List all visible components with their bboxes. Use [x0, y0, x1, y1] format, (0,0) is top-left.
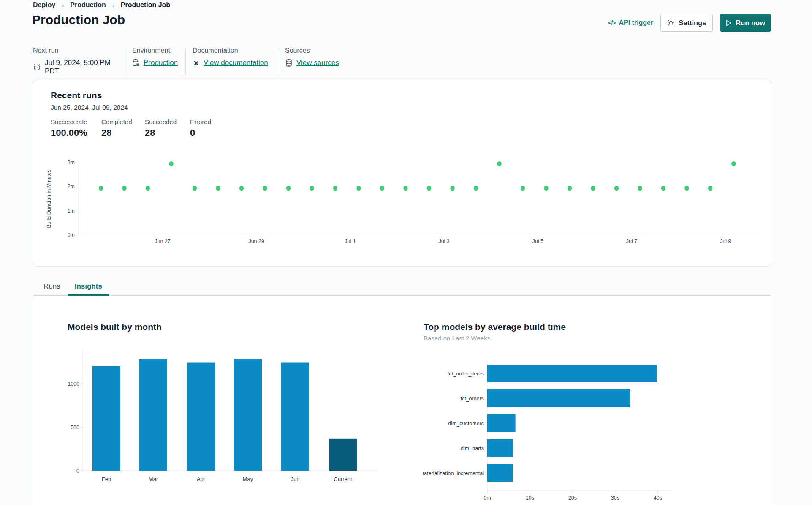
- breadcrumb-production[interactable]: Production: [70, 1, 106, 9]
- gear-icon: [667, 19, 675, 27]
- stat-label: Succeeded: [145, 118, 190, 125]
- models-built-by-month-chart: 05001000FebMarAprMayJunCurrent: [64, 346, 389, 489]
- chevron-right-icon: ›: [62, 2, 64, 9]
- svg-text:Jul 7: Jul 7: [626, 238, 637, 244]
- svg-text:10s: 10s: [526, 495, 534, 501]
- tab-insights[interactable]: Insights: [68, 278, 109, 296]
- recent-runs-date-range: Jun 25, 2024–Jul 09, 2024: [51, 104, 128, 111]
- svg-text:dim_parts: dim_parts: [461, 446, 484, 451]
- chevron-right-icon: ›: [112, 2, 114, 9]
- stat-label: Errored: [190, 118, 211, 125]
- svg-text:1000: 1000: [68, 381, 79, 387]
- environment-label: Environment: [132, 47, 185, 54]
- svg-text:May: May: [243, 476, 253, 482]
- view-documentation-link[interactable]: View documentation: [204, 59, 268, 67]
- job-info-row: Next run Jul 9, 2024, 5:00 PM PDT Enviro…: [33, 47, 339, 76]
- svg-text:1m: 1m: [68, 208, 75, 214]
- svg-text:Mar: Mar: [149, 476, 158, 482]
- svg-text:Build Duration in Minutes: Build Duration in Minutes: [46, 170, 52, 228]
- svg-text:Jul 5: Jul 5: [532, 238, 543, 244]
- header-actions: </> API trigger Settings: [608, 14, 771, 32]
- models-built-by-month-title: Models built by month: [68, 322, 162, 332]
- svg-text:0: 0: [76, 468, 79, 474]
- settings-button-label: Settings: [679, 19, 706, 27]
- top-models-subtitle: Based on Last 2 Weeks: [424, 335, 490, 342]
- recent-runs-card: Recent runs Jun 25, 2024–Jul 09, 2024 Su…: [33, 80, 771, 267]
- job-info-environment: Environment Production: [125, 47, 185, 76]
- sources-label: Sources: [285, 47, 339, 54]
- settings-button[interactable]: Settings: [660, 14, 713, 32]
- svg-text:30s: 30s: [611, 495, 619, 501]
- dbt-docs-icon: [193, 59, 200, 67]
- svg-text:Jul 1: Jul 1: [345, 238, 356, 244]
- code-icon: </>: [608, 19, 615, 26]
- svg-text:3m: 3m: [68, 159, 75, 165]
- stat-value: 28: [101, 127, 145, 138]
- svg-text:Jun 29: Jun 29: [248, 238, 264, 244]
- svg-text:Jun 27: Jun 27: [155, 238, 171, 244]
- next-run-value: Jul 9, 2024, 5:00 PM PDT: [45, 59, 125, 76]
- svg-text:Feb: Feb: [102, 476, 111, 482]
- breadcrumb-production-job: Production Job: [121, 1, 170, 9]
- svg-text:Current: Current: [334, 476, 352, 482]
- svg-text:20s: 20s: [568, 495, 577, 501]
- svg-text:2m: 2m: [68, 184, 75, 189]
- environment-icon: [132, 59, 140, 67]
- stat-succeeded: Succeeded 28: [145, 118, 190, 138]
- play-icon: [726, 20, 732, 26]
- svg-text:dim_customers: dim_customers: [448, 421, 484, 427]
- database-icon: [285, 59, 293, 67]
- stat-value: 0: [190, 127, 211, 138]
- build-duration-scatter-chart: 0m1m2m3mJun 27Jun 29Jul 1Jul 3Jul 5Jul 7…: [45, 157, 767, 251]
- svg-text:Jul 3: Jul 3: [438, 238, 449, 244]
- stat-value: 100.00%: [51, 127, 101, 138]
- job-info-next-run: Next run Jul 9, 2024, 5:00 PM PDT: [33, 47, 125, 76]
- tab-runs[interactable]: Runs: [36, 278, 68, 295]
- run-now-button-label: Run now: [736, 19, 765, 27]
- svg-text:fct_order_items: fct_order_items: [448, 371, 484, 377]
- recent-runs-title: Recent runs: [51, 90, 102, 100]
- breadcrumb: Deploy › Production › Production Job: [33, 1, 170, 9]
- top-models-title: Top models by average build time: [424, 322, 566, 332]
- view-sources-link[interactable]: View sources: [296, 59, 339, 67]
- svg-text:Jun: Jun: [291, 476, 300, 482]
- stat-completed: Completed 28: [101, 118, 145, 138]
- stat-label: Success rate: [51, 118, 101, 125]
- environment-link[interactable]: Production: [144, 59, 178, 67]
- svg-text:40s: 40s: [654, 495, 662, 501]
- page-title: Production Job: [32, 13, 125, 27]
- api-trigger-link[interactable]: </> API trigger: [608, 19, 653, 27]
- insights-panel: Models built by month 05001000FebMarAprM…: [33, 296, 771, 505]
- stat-label: Completed: [101, 118, 145, 125]
- recent-runs-stats: Success rate 100.00% Completed 28 Succee…: [51, 118, 211, 138]
- svg-text:500: 500: [71, 424, 79, 430]
- alarm-clock-icon: [33, 63, 41, 71]
- run-now-button[interactable]: Run now: [720, 14, 771, 32]
- breadcrumb-deploy[interactable]: Deploy: [33, 1, 55, 9]
- job-info-sources: Sources View sources: [278, 47, 339, 76]
- top-models-chart: 0m10s20s30s40sfct_order_itemsfct_ordersd…: [423, 346, 693, 504]
- documentation-label: Documentation: [193, 47, 278, 54]
- api-trigger-label: API trigger: [619, 19, 653, 27]
- stat-success-rate: Success rate 100.00%: [51, 118, 101, 138]
- tabs: Runs Insights: [33, 278, 771, 296]
- svg-text:materialization_incremental: materialization_incremental: [423, 470, 484, 476]
- svg-text:Apr: Apr: [197, 476, 206, 482]
- svg-text:Jul 9: Jul 9: [720, 238, 731, 244]
- stat-errored: Errored 0: [190, 118, 211, 138]
- svg-text:0m: 0m: [483, 495, 491, 501]
- stat-value: 28: [145, 127, 190, 138]
- job-info-documentation: Documentation View documentation: [186, 47, 278, 76]
- next-run-label: Next run: [33, 47, 125, 54]
- svg-text:fct_orders: fct_orders: [460, 396, 484, 402]
- production-job-page: Deploy › Production › Production Job Pro…: [0, 0, 812, 505]
- svg-text:0m: 0m: [68, 232, 75, 238]
